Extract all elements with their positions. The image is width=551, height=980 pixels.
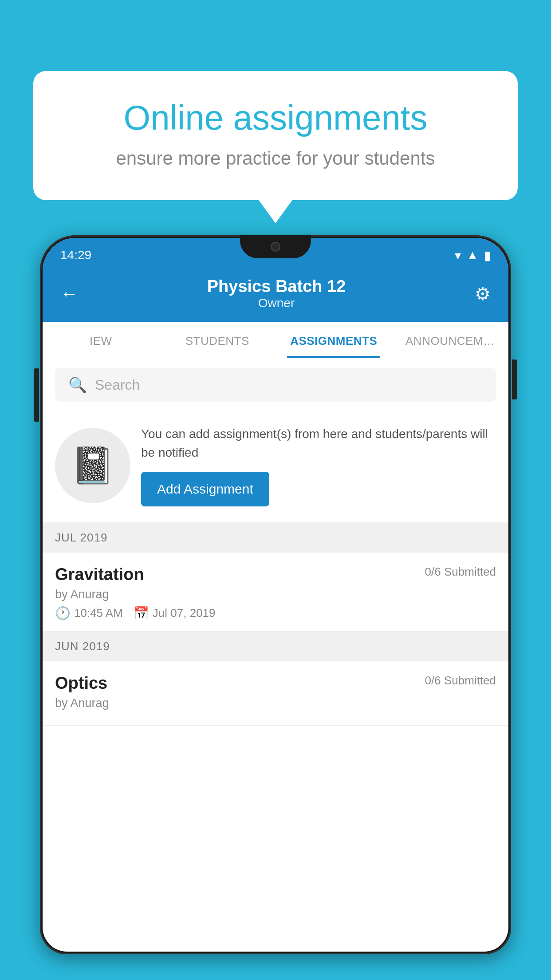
- header-title: Physics Batch 12: [207, 277, 346, 296]
- speech-bubble-container: Online assignments ensure more practice …: [33, 71, 518, 200]
- header-center: Physics Batch 12 Owner: [207, 277, 346, 310]
- search-placeholder: Search: [95, 377, 140, 393]
- speech-bubble: Online assignments ensure more practice …: [33, 71, 518, 200]
- promo-text: You can add assignment(s) from here and …: [141, 425, 496, 462]
- tab-iew[interactable]: IEW: [43, 322, 159, 358]
- assignment-author: by Anurag: [55, 588, 496, 601]
- tab-students[interactable]: STUDENTS: [159, 322, 276, 358]
- assignment-submitted-optics: 0/6 Submitted: [425, 674, 496, 688]
- meta-date: 📅 Jul 07, 2019: [134, 606, 216, 620]
- meta-time: 🕐 10:45 AM: [55, 606, 123, 620]
- assignment-author-optics: by Anurag: [55, 696, 496, 710]
- assignment-name: Gravitation: [55, 565, 144, 584]
- promo-icon-circle: 📓: [55, 428, 130, 503]
- assignment-time: 10:45 AM: [74, 606, 123, 620]
- bubble-title: Online assignments: [64, 98, 487, 138]
- search-container: 🔍 Search: [43, 358, 508, 411]
- tab-assignments[interactable]: ASSIGNMENTS: [276, 322, 392, 358]
- search-icon: 🔍: [68, 376, 87, 394]
- phone-screen: 14:29 ▾ ▲ ▮ ← Physics Batch 12 Owner ⚙ I…: [43, 238, 508, 952]
- assignment-submitted: 0/6 Submitted: [425, 565, 496, 579]
- wifi-icon: ▾: [455, 248, 461, 263]
- assignment-item-gravitation[interactable]: Gravitation 0/6 Submitted by Anurag 🕐 10…: [43, 553, 508, 632]
- assignment-name-optics: Optics: [55, 674, 107, 693]
- assignment-item-optics[interactable]: Optics 0/6 Submitted by Anurag: [43, 661, 508, 726]
- status-time: 14:29: [60, 248, 91, 262]
- bubble-subtitle: ensure more practice for your students: [64, 148, 487, 169]
- battery-icon: ▮: [484, 248, 491, 263]
- phone-notch: [240, 235, 311, 258]
- status-icons: ▾ ▲ ▮: [455, 248, 491, 263]
- section-header-jul: JUL 2019: [43, 523, 508, 553]
- back-button[interactable]: ←: [60, 284, 78, 304]
- camera-dot: [271, 242, 280, 252]
- section-header-jun: JUN 2019: [43, 632, 508, 661]
- assignment-meta: 🕐 10:45 AM 📅 Jul 07, 2019: [55, 606, 496, 620]
- signal-icon: ▲: [466, 248, 479, 262]
- phone-outer: 14:29 ▾ ▲ ▮ ← Physics Batch 12 Owner ⚙ I…: [40, 235, 511, 954]
- content-area: 🔍 Search 📓 You can add assignment(s) fro…: [43, 358, 508, 726]
- clock-icon: 🕐: [55, 606, 71, 620]
- app-header: ← Physics Batch 12 Owner ⚙: [43, 268, 508, 322]
- calendar-icon: 📅: [134, 606, 149, 620]
- phone-wrapper: 14:29 ▾ ▲ ▮ ← Physics Batch 12 Owner ⚙ I…: [40, 235, 511, 980]
- search-bar[interactable]: 🔍 Search: [55, 368, 496, 402]
- add-assignment-button[interactable]: Add Assignment: [141, 472, 269, 506]
- settings-icon[interactable]: ⚙: [475, 284, 491, 304]
- assignment-date: Jul 07, 2019: [153, 606, 216, 620]
- promo-section: 📓 You can add assignment(s) from here an…: [43, 411, 508, 523]
- header-subtitle: Owner: [207, 296, 346, 310]
- tab-announcements[interactable]: ANNOUNCEM…: [392, 322, 509, 358]
- promo-right: You can add assignment(s) from here and …: [141, 425, 496, 506]
- assignment-top-row-optics: Optics 0/6 Submitted: [55, 674, 496, 693]
- notebook-icon: 📓: [71, 445, 115, 486]
- tab-bar: IEW STUDENTS ASSIGNMENTS ANNOUNCEM…: [43, 322, 508, 358]
- assignment-top-row: Gravitation 0/6 Submitted: [55, 565, 496, 584]
